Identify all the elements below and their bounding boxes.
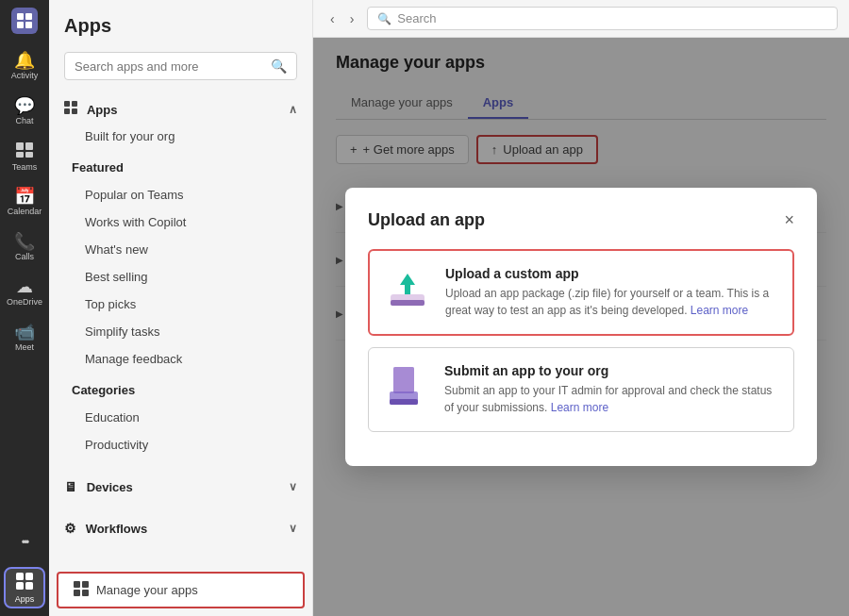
svg-rect-10 [16,582,24,590]
top-bar: ‹ › 🔍 Search [313,0,849,38]
svg-rect-1 [25,13,32,20]
modal-overlay[interactable]: Upload an app × [313,38,849,616]
top-search-icon: 🔍 [377,12,391,25]
svg-rect-11 [25,582,33,590]
search-box[interactable]: 🔍 [64,52,297,80]
svg-rect-18 [74,590,80,596]
rail-item-meet[interactable]: 📹 Meet [4,317,45,358]
top-search-bar[interactable]: 🔍 Search [367,7,838,30]
manage-apps-icon [74,581,89,599]
sidebar-item-whats-new[interactable]: What's new [57,236,305,263]
svg-rect-19 [82,590,89,596]
devices-section: 🖥 Devices ∨ [49,466,312,508]
submit-org-desc: Submit an app to your IT admin for appro… [444,382,778,416]
top-search-placeholder: Search [397,11,436,25]
rail-item-calls[interactable]: 📞 Calls [4,226,45,268]
rail-item-chat[interactable]: 💬 Chat [4,91,45,132]
rail-item-teams[interactable]: Teams [4,136,45,177]
apps-section-icon [64,102,81,117]
submit-org-title: Submit an app to your org [444,363,778,378]
sidebar-item-copilot[interactable]: Works with Copilot [57,208,305,236]
submit-org-learn-more[interactable]: Learn more [551,401,608,414]
rail-item-apps[interactable]: Apps [4,567,45,608]
content-area: Manage your apps Manage your apps Apps +… [313,38,849,616]
sidebar-item-popular[interactable]: Popular on Teams [57,181,305,208]
devices-label: Devices [87,480,133,494]
sidebar-item-simplify[interactable]: Simplify tasks [57,318,305,345]
sidebar-categories-header: Categories [57,376,305,404]
sidebar-item-productivity[interactable]: Productivity [57,431,305,458]
apps-section: Apps ∧ Built for your org Featured Popul… [49,88,312,466]
sidebar-featured-header: Featured [57,154,305,181]
sidebar-item-top-picks[interactable]: Top picks [57,291,305,318]
manage-apps-item[interactable]: Manage your apps [57,572,305,608]
workflows-chevron-icon: ∨ [289,522,297,535]
svg-rect-8 [16,573,24,580]
sidebar-item-best-selling[interactable]: Best selling [57,263,305,291]
svg-rect-26 [390,399,418,405]
rail-item-calendar[interactable]: 📅 Calendar [4,181,45,223]
svg-rect-6 [16,152,24,158]
modal-close-button[interactable]: × [784,210,794,230]
apps-icon [16,573,33,592]
search-icon: 🔍 [271,58,287,74]
rail-item-onedrive[interactable]: ☁ OneDrive [4,272,45,313]
svg-rect-2 [17,22,24,28]
sidebar-item-education[interactable]: Education [57,404,305,431]
svg-rect-12 [64,101,70,107]
sidebar: Apps 🔍 Apps ∧ Built for your org Feature… [49,0,313,616]
upload-custom-desc: Upload an app package (.zip file) for yo… [445,285,777,319]
svg-rect-3 [25,22,32,28]
upload-custom-content: Upload a custom app Upload an app packag… [445,266,777,319]
svg-rect-14 [64,108,70,114]
svg-rect-13 [72,101,77,107]
svg-rect-4 [16,142,24,150]
devices-icon: 🖥 [64,479,77,494]
upload-custom-learn-more[interactable]: Learn more [691,304,748,317]
sidebar-item-feedback[interactable]: Manage feedback [57,345,305,373]
sidebar-item-built[interactable]: Built for your org [57,123,305,150]
modal-title: Upload an app [368,210,485,230]
svg-marker-22 [400,274,415,294]
rail-item-more[interactable]: ••• [4,522,45,563]
workflows-label: Workflows [86,522,148,536]
sidebar-title: Apps [49,0,312,44]
forward-button[interactable]: › [344,8,360,30]
search-input[interactable] [75,59,265,74]
svg-rect-9 [25,573,33,580]
svg-rect-24 [393,367,414,393]
app-logo [11,8,38,34]
rail-item-activity[interactable]: 🔔 Activity [4,45,45,87]
workflows-section-header[interactable]: ⚙ Workflows ∨ [49,515,312,541]
main-content: ‹ › 🔍 Search Manage your apps Manage you… [313,0,849,616]
nav-arrows: ‹ › [325,8,359,30]
workflows-section: ⚙ Workflows ∨ [49,508,312,549]
submit-org-option[interactable]: Submit an app to your org Submit an app … [368,347,794,432]
left-rail: 🔔 Activity 💬 Chat Teams 📅 Calendar 📞 Cal… [0,0,49,616]
modal-header: Upload an app × [368,210,794,230]
apps-chevron-icon: ∧ [289,103,297,116]
svg-rect-15 [72,108,77,114]
onedrive-icon: ☁ [16,278,33,295]
workflows-icon: ⚙ [64,521,76,536]
upload-custom-title: Upload a custom app [445,266,777,281]
apps-section-header[interactable]: Apps ∧ [49,95,312,123]
svg-rect-16 [74,581,80,588]
svg-rect-7 [25,152,33,158]
svg-rect-0 [17,13,24,20]
apps-section-label: Apps [87,103,118,117]
upload-custom-icon [385,266,430,311]
chat-icon: 💬 [14,97,35,114]
devices-section-header[interactable]: 🖥 Devices ∨ [49,474,312,500]
upload-custom-app-option[interactable]: Upload a custom app Upload an app packag… [368,249,794,336]
submit-org-icon [384,363,429,408]
calendar-icon: 📅 [14,188,35,205]
activity-icon: 🔔 [14,52,35,69]
devices-chevron-icon: ∨ [289,480,297,493]
more-icon: ••• [22,537,28,548]
back-button[interactable]: ‹ [325,8,341,30]
meet-icon: 📹 [14,324,35,341]
svg-rect-5 [25,142,33,150]
calls-icon: 📞 [14,233,35,250]
teams-icon [16,142,33,160]
